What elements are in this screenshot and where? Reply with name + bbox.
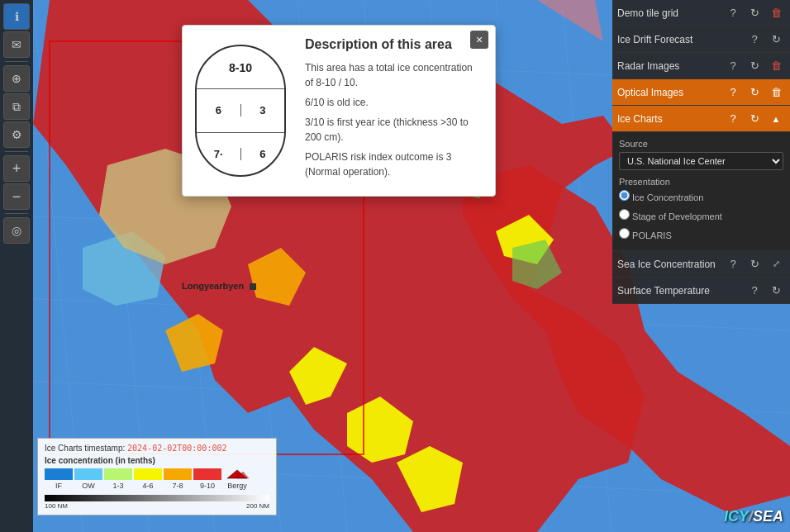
swatch-label-0: IF	[55, 482, 62, 490]
layers-button[interactable]: ⧉	[3, 93, 30, 120]
sea-ice-label: Sea Ice Concentration	[617, 259, 721, 270]
legend-date-value: 2024-02-02T00:00:002	[127, 444, 226, 453]
swatch-ow: OW	[74, 468, 102, 490]
compass-button[interactable]: ◎	[3, 217, 30, 244]
swatch-color-3	[134, 468, 162, 480]
ice-charts-help[interactable]: ?	[724, 110, 742, 128]
demo-tile-label: Demo tile grid	[617, 7, 721, 19]
optical-label: Optical Images	[617, 87, 721, 98]
demo-tile-delete[interactable]: 🗑	[767, 4, 785, 22]
ice-drift-row: Ice Drift Forecast ? ↻	[612, 26, 790, 53]
popup-close-button[interactable]: ×	[470, 31, 488, 49]
swatch-label-4: 7-8	[172, 482, 183, 490]
location-button[interactable]: ⊕	[3, 65, 30, 92]
settings-button[interactable]: ⚙	[3, 121, 30, 148]
left-toolbar: ℹ ✉ ⊕ ⧉ ⚙ + − ◎	[0, 0, 33, 532]
diagram-bot-left: 7·	[197, 148, 241, 160]
legend-panel: Ice Charts timestamp: 2024-02-02T00:00:0…	[37, 438, 277, 515]
radar-row: Radar Images ? ↻ 🗑	[612, 53, 790, 79]
swatch-color-0	[45, 468, 73, 480]
ice-charts-refresh[interactable]: ↻	[745, 110, 764, 128]
swatch-label-2: 1-3	[112, 482, 123, 490]
sea-ice-row: Sea Ice Concentration ? ↻ ⤢	[612, 251, 790, 278]
ice-drift-help[interactable]: ?	[745, 31, 764, 49]
sea-ice-help[interactable]: ?	[724, 255, 742, 273]
popup-content: Description of this area This area has a…	[298, 26, 495, 196]
popup-para-2: 6/10 is old ice.	[305, 95, 483, 110]
source-label: Source	[619, 139, 783, 149]
diagram-bot-right: 6	[241, 148, 285, 160]
presentation-label: Presentation	[619, 177, 783, 187]
surface-temp-refresh[interactable]: ↻	[767, 282, 785, 300]
swatch-label-1: OW	[82, 482, 95, 490]
legend-timestamp: Ice Charts timestamp: 2024-02-02T00:00:0…	[45, 444, 269, 453]
swatch-color-5	[193, 468, 221, 480]
area-description-popup: × 8-10 6 3 7· 6 Description of this area…	[182, 25, 496, 197]
surface-temp-label: Surface Temperature	[617, 285, 742, 297]
ice-charts-label: Ice Charts	[617, 113, 721, 125]
swatch-9-10: 9-10	[193, 468, 221, 490]
optical-delete[interactable]: 🗑	[767, 83, 785, 102]
radio-stage-dev[interactable]: Stage of Development	[619, 209, 783, 221]
diagram-mid-left: 6	[197, 104, 241, 116]
swatch-color-6	[223, 468, 251, 480]
ice-charts-collapse[interactable]: ▲	[767, 110, 785, 128]
popup-title: Description of this area	[305, 37, 483, 52]
popup-para-3: 3/10 is first year ice (thickness >30 to…	[305, 115, 483, 145]
ice-drift-refresh[interactable]: ↻	[767, 31, 785, 49]
swatch-label-3: 4-6	[142, 482, 153, 490]
surface-temp-row: Surface Temperature ? ↻	[612, 278, 790, 304]
demo-tile-row: Demo tile grid ? ↻ 🗑	[612, 0, 790, 26]
ice-drift-label: Ice Drift Forecast	[617, 34, 742, 45]
sea-ice-refresh[interactable]: ↻	[745, 255, 764, 273]
ice-diagram: 8-10 6 3 7· 6	[195, 45, 286, 177]
popup-para-1: This area has a total ice concentration …	[305, 60, 483, 90]
popup-para-4: POLARIS risk index outcome is 3 (Normal …	[305, 150, 483, 179]
ice-charts-section: Source U.S. National Ice Center Presenta…	[612, 132, 790, 251]
diagram-top: 8-10	[197, 46, 284, 89]
presentation-radio-group: Ice Concentration Stage of Development P…	[619, 190, 783, 244]
optical-help[interactable]: ?	[724, 83, 742, 102]
legend-swatches: IFOW1-34-67-89-10Bergy	[45, 468, 269, 490]
demo-tile-help[interactable]: ?	[724, 4, 742, 22]
swatch-1-3: 1-3	[104, 468, 132, 490]
ice-charts-row: Ice Charts ? ↻ ▲	[612, 106, 790, 132]
mail-button[interactable]: ✉	[3, 31, 30, 58]
logo: ICY/SEA	[612, 508, 790, 525]
swatch-4-6: 4-6	[134, 468, 162, 490]
optical-refresh[interactable]: ↻	[745, 83, 764, 102]
swatch-bergy: Bergy	[223, 468, 251, 490]
right-panel: Demo tile grid ? ↻ 🗑 Ice Drift Forecast …	[612, 0, 790, 304]
swatch-label-5: 9-10	[200, 482, 215, 490]
sea-ice-expand[interactable]: ⤢	[767, 255, 785, 273]
diagram-bot: 7· 6	[197, 133, 284, 175]
radio-ice-concentration[interactable]: Ice Concentration	[619, 190, 783, 202]
zoom-out-button[interactable]: −	[3, 183, 30, 210]
scale-labels: 100 NM 200 NM	[45, 502, 269, 510]
radar-label: Radar Images	[617, 60, 721, 72]
diagram-mid: 6 3	[197, 89, 284, 132]
radio-polaris[interactable]: POLARIS	[619, 228, 783, 240]
optical-row: Optical Images ? ↻ 🗑	[612, 79, 790, 106]
swatch-label-6: Bergy	[227, 482, 247, 490]
radar-help[interactable]: ?	[724, 57, 742, 75]
diagram-mid-right: 3	[241, 104, 285, 116]
legend-concentration-title: Ice concentration (in tenths)	[45, 456, 269, 465]
demo-tile-refresh[interactable]: ↻	[745, 4, 764, 22]
swatch-7-8: 7-8	[164, 468, 192, 490]
radar-delete[interactable]: 🗑	[767, 57, 785, 75]
swatch-color-1	[74, 468, 102, 480]
swatch-color-4	[164, 468, 192, 480]
info-button[interactable]: ℹ	[3, 3, 30, 30]
source-select[interactable]: U.S. National Ice Center	[619, 152, 783, 170]
scale-bar-container: 100 NM 200 NM	[45, 495, 269, 510]
scale-bar	[45, 495, 269, 501]
zoom-in-button[interactable]: +	[3, 155, 30, 182]
popup-diagram: 8-10 6 3 7· 6	[183, 26, 298, 196]
surface-temp-help[interactable]: ?	[745, 282, 764, 300]
swatch-if: IF	[45, 468, 73, 490]
radar-refresh[interactable]: ↻	[745, 57, 764, 75]
swatch-color-2	[104, 468, 132, 480]
logo-text: ICY/SEA	[724, 508, 783, 525]
